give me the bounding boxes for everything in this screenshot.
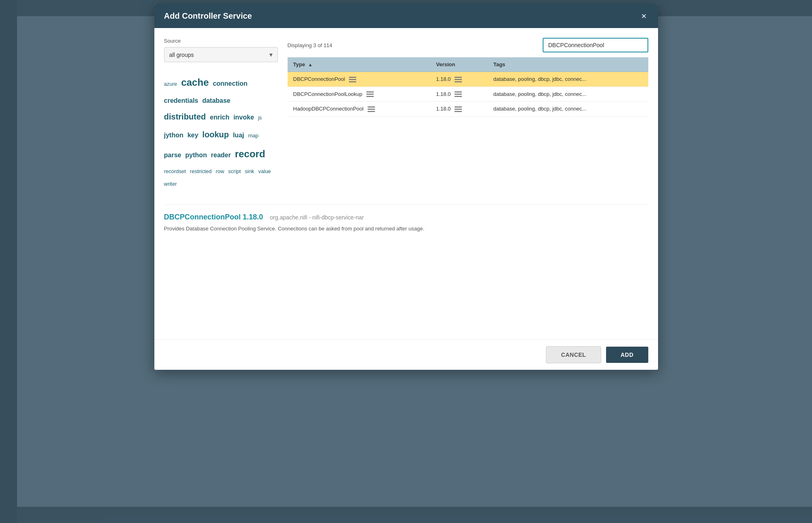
cell-version: 1.18.0 — [430, 87, 487, 102]
description-section: DBCPConnectionPool 1.18.0 org.apache.nif… — [164, 204, 648, 233]
svg-rect-6 — [366, 91, 374, 93]
list-icon — [455, 77, 462, 82]
table-head: Type ▲ Version Tags — [288, 57, 648, 72]
tag-item[interactable]: reader — [211, 152, 231, 158]
cell-version: 1.18.0 — [430, 72, 487, 87]
tag-item[interactable]: jython — [164, 132, 184, 139]
modal-backdrop-wrapper: Add Controller Service × Source all grou… — [0, 0, 812, 523]
cancel-button[interactable]: CANCEL — [546, 346, 601, 363]
tag-item[interactable]: luaj — [233, 132, 244, 139]
add-controller-service-modal: Add Controller Service × Source all grou… — [154, 4, 658, 370]
svg-rect-7 — [366, 94, 374, 95]
modal-title: Add Controller Service — [164, 11, 252, 21]
tag-item[interactable]: enrich — [210, 114, 230, 121]
tag-item[interactable]: database — [202, 97, 230, 104]
source-section: Source all groups ▾ azure cache connecti… — [164, 38, 278, 191]
svg-rect-8 — [366, 96, 374, 97]
displaying-count: Displaying 3 of 114 — [288, 42, 333, 48]
column-type[interactable]: Type ▲ — [288, 57, 431, 72]
source-label: Source — [164, 38, 278, 44]
tag-item[interactable]: python — [185, 152, 207, 158]
table-row[interactable]: HadoopDBCPConnectionPool 1.18.0 database… — [288, 102, 648, 117]
tag-item[interactable]: distributed — [164, 112, 206, 121]
tag-item[interactable]: parse — [164, 152, 182, 158]
svg-rect-11 — [455, 96, 462, 97]
tag-item[interactable]: script — [228, 168, 241, 174]
tag-item[interactable]: record — [235, 148, 265, 159]
description-text: Provides Database Connection Pooling Ser… — [164, 225, 648, 233]
cell-type: DBCPConnectionPoolLookup — [288, 87, 431, 102]
source-dropdown[interactable]: all groups ▾ — [164, 47, 278, 62]
cell-version: 1.18.0 — [430, 102, 487, 117]
tags-cloud: azure cache connection credentials datab… — [164, 70, 278, 191]
tag-item[interactable]: row — [216, 168, 224, 174]
description-title: DBCPConnectionPool 1.18.0 org.apache.nif… — [164, 213, 648, 221]
data-table: Type ▲ Version Tags DBCPConnectionPool 1… — [288, 57, 648, 117]
tag-item[interactable]: connection — [213, 80, 247, 87]
source-dropdown-value: all groups — [169, 52, 194, 58]
list-icon — [368, 106, 375, 112]
chevron-down-icon: ▾ — [269, 51, 273, 59]
search-input[interactable] — [543, 38, 648, 52]
svg-rect-4 — [455, 79, 462, 80]
tag-item[interactable]: restricted — [190, 168, 212, 174]
table-row[interactable]: DBCPConnectionPool 1.18.0 database, pool… — [288, 72, 648, 87]
tag-item[interactable]: invoke — [234, 114, 254, 121]
column-version: Version — [430, 57, 487, 72]
list-icon — [455, 106, 462, 112]
tag-item[interactable]: recordset — [164, 168, 186, 174]
table-section: Displaying 3 of 114 Type ▲ Version Tags — [288, 38, 648, 117]
add-button[interactable]: ADD — [606, 347, 648, 363]
svg-rect-14 — [368, 111, 375, 112]
svg-rect-0 — [349, 77, 356, 78]
tag-item[interactable]: lookup — [202, 130, 229, 139]
table-row[interactable]: DBCPConnectionPoolLookup 1.18.0 database… — [288, 87, 648, 102]
tag-item[interactable]: credentials — [164, 97, 198, 104]
cell-tags: database, pooling, dbcp, jdbc, connec... — [487, 72, 648, 87]
sort-asc-icon: ▲ — [308, 62, 313, 67]
cell-tags: database, pooling, dbcp, jdbc, connec... — [487, 87, 648, 102]
modal-close-button[interactable]: × — [640, 12, 648, 21]
table-header-row: Displaying 3 of 114 — [288, 38, 648, 52]
cell-tags: database, pooling, dbcp, jdbc, connec... — [487, 102, 648, 117]
list-icon — [366, 91, 374, 97]
svg-rect-10 — [455, 94, 462, 95]
table-header-row-el: Type ▲ Version Tags — [288, 57, 648, 72]
list-icon — [455, 91, 462, 97]
svg-rect-15 — [455, 106, 462, 108]
modal-body: Source all groups ▾ azure cache connecti… — [154, 28, 658, 339]
svg-rect-13 — [368, 109, 375, 110]
svg-rect-9 — [455, 91, 462, 93]
svg-rect-17 — [455, 111, 462, 112]
svg-rect-12 — [368, 106, 375, 108]
svg-rect-3 — [455, 77, 462, 78]
svg-rect-5 — [455, 81, 462, 82]
tag-item[interactable]: map — [248, 132, 258, 139]
tag-item[interactable]: js — [258, 115, 262, 121]
table-body: DBCPConnectionPool 1.18.0 database, pool… — [288, 72, 648, 117]
tag-item[interactable]: cache — [181, 77, 209, 88]
tag-item[interactable]: key — [187, 132, 198, 139]
description-org: org.apache.nifi - nifi-dbcp-service-nar — [270, 214, 364, 221]
tag-item[interactable]: sink — [245, 168, 254, 174]
modal-top-section: Source all groups ▾ azure cache connecti… — [164, 38, 648, 191]
column-tags: Tags — [487, 57, 648, 72]
tag-item[interactable]: value — [258, 168, 271, 174]
modal-header: Add Controller Service × — [154, 4, 658, 28]
description-name: DBCPConnectionPool 1.18.0 — [164, 213, 263, 221]
tag-item[interactable]: azure — [164, 81, 178, 87]
tag-item[interactable]: writer — [164, 181, 177, 187]
modal-footer: CANCEL ADD — [154, 339, 658, 370]
list-icon — [349, 77, 356, 82]
svg-rect-1 — [349, 79, 356, 80]
cell-type: HadoopDBCPConnectionPool — [288, 102, 431, 117]
svg-rect-2 — [349, 81, 356, 82]
cell-type: DBCPConnectionPool — [288, 72, 431, 87]
svg-rect-16 — [455, 109, 462, 110]
